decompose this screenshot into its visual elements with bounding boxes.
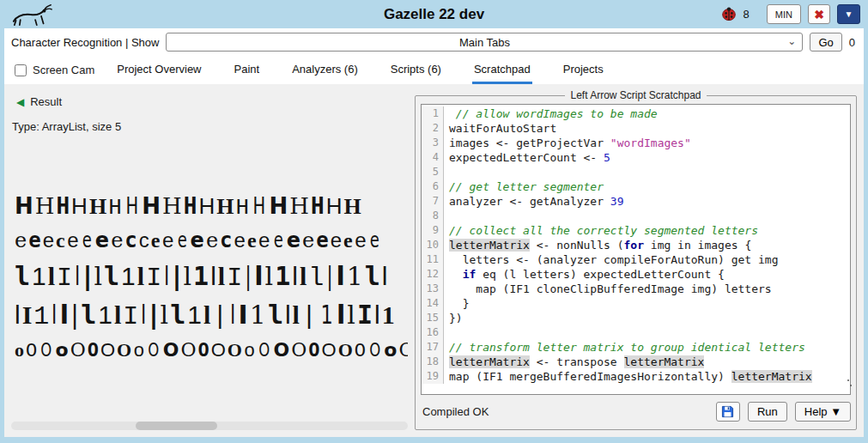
line-number: 18 xyxy=(422,355,444,369)
letter-glyph: l xyxy=(337,302,345,328)
line-number: 13 xyxy=(422,282,444,296)
letter-glyph: H xyxy=(142,195,161,217)
code-text xyxy=(444,325,449,340)
tab-projects[interactable]: Projects xyxy=(561,56,605,84)
scratchpad-legend: Left Arrow Script Scratchpad xyxy=(565,89,706,101)
letter-glyph: O xyxy=(197,341,209,360)
letter-glyph: 1 xyxy=(193,264,209,289)
left-arrow-icon[interactable]: ◀ xyxy=(16,96,24,108)
horizontal-scrollbar[interactable] xyxy=(11,422,408,430)
code-editor[interactable]: 1 // allow wordImages to be made2waitFor… xyxy=(421,104,851,395)
letter-glyph: O xyxy=(308,341,319,360)
help-button[interactable]: Help ▼ xyxy=(795,402,851,422)
code-lines: 1 // allow wordImages to be made2waitFor… xyxy=(422,106,850,384)
window-menu-button[interactable]: ▼ xyxy=(837,4,860,24)
letter-glyph: | xyxy=(149,302,159,328)
title-controls: 8 MIN ✖ ▼ xyxy=(720,4,860,24)
code-text xyxy=(444,209,449,223)
compile-status: Compiled OK xyxy=(421,405,489,418)
letter-glyph: e xyxy=(191,230,204,251)
code-text: // allow wordImages to be made xyxy=(444,106,658,121)
tab-row: Screen Cam Project OverviewPaintAnalyzer… xyxy=(4,56,864,84)
letter-glyph: H xyxy=(343,196,361,218)
run-button[interactable]: Run xyxy=(748,402,787,422)
letter-glyph: l xyxy=(81,302,96,328)
letter-glyph: O xyxy=(163,341,179,360)
toolbar-row: Character Recognition | Show Main Tabs ⌄… xyxy=(4,28,864,56)
close-button[interactable]: ✖ xyxy=(808,4,830,24)
screen-cam-checkbox[interactable] xyxy=(15,64,27,76)
save-button[interactable] xyxy=(716,402,740,422)
minimize-button[interactable]: MIN xyxy=(767,4,801,24)
letter-glyph: | xyxy=(82,264,92,289)
letter-glyph: H xyxy=(311,195,325,217)
letter-glyph: 1 xyxy=(33,304,49,330)
code-line: 4expectedLetterCount <- 5 xyxy=(422,150,850,165)
line-number: 8 xyxy=(422,209,444,223)
code-line: 19map (IF1 mergeBufferedImagesHorizontal… xyxy=(422,369,850,384)
code-line: 3images <- getProjectVar "wordImages" xyxy=(422,136,850,150)
code-line: 9// collect all the correctly segmented … xyxy=(422,223,850,238)
letter-glyph: e xyxy=(111,230,123,251)
letter-glyph: l xyxy=(137,264,144,289)
code-line: 11 letters <- (analyzer compileForAutoRu… xyxy=(422,252,850,267)
tab-scripts-6[interactable]: Scripts (6) xyxy=(389,56,443,84)
letter-glyph: 1 xyxy=(382,302,395,328)
breadcrumb: Character Recognition | Show xyxy=(11,36,159,49)
code-text: letterMatrix <- transpose letterMatrix xyxy=(444,355,704,369)
letter-glyph: 1 xyxy=(32,264,46,289)
letter-glyph: l xyxy=(52,302,57,328)
letter-glyph: | xyxy=(70,302,79,328)
code-line: 15}) xyxy=(422,311,850,325)
letter-glyph: l xyxy=(285,302,291,328)
code-line: 8 xyxy=(422,209,850,223)
letter-glyph: l xyxy=(268,302,283,328)
code-line: 14 } xyxy=(422,296,850,311)
app-window: Gazelle 22 dev 8 MIN ✖ ▼ Characte xyxy=(0,0,868,443)
tab-scratchpad[interactable]: Scratchpad xyxy=(472,56,532,84)
code-line: 18letterMatrix <- transpose letterMatrix xyxy=(422,355,850,369)
letter-glyph: l xyxy=(292,264,298,289)
letter-glyph: H xyxy=(162,195,182,217)
letter-glyph: O xyxy=(117,341,131,360)
letter-glyph: H xyxy=(125,195,138,217)
letter-glyph: l xyxy=(75,264,80,289)
code-text: analyzer <- getAnalyzer 39 xyxy=(444,194,624,209)
code-line: 17// transform letter matrix to group id… xyxy=(422,340,850,355)
letter-glyph: o xyxy=(56,341,69,360)
code-text: // transform letter matrix to group iden… xyxy=(444,340,805,355)
letter-row: l1lIl|ll1lIl|l1llI|ll1lll|l1ll xyxy=(15,264,408,291)
code-line: 7analyzer <- getAnalyzer 39 xyxy=(422,194,850,209)
scratchpad-panel: Left Arrow Script Scratchpad 1 // allow … xyxy=(415,89,857,430)
screen-cam-toggle[interactable]: Screen Cam xyxy=(15,64,94,76)
scrollbar-thumb[interactable] xyxy=(136,422,217,430)
letter-glyph: | xyxy=(301,304,317,330)
go-button[interactable]: Go xyxy=(810,33,841,52)
code-line: 12 if eq (l letters) expectedLetterCount… xyxy=(422,267,850,282)
main-tabs-select[interactable]: Main Tabs ⌄ xyxy=(166,33,803,52)
letter-glyph: e xyxy=(28,230,40,251)
letter-glyph: | xyxy=(212,304,228,330)
code-text: map (IF1 mergeBufferedImagesHorizontally… xyxy=(444,369,812,384)
letter-glyph: I xyxy=(239,302,248,328)
code-line: 13 map (IF1 cloneClipBufferedImage img) … xyxy=(422,282,850,296)
letter-glyph: o xyxy=(384,341,397,360)
status-actions: Run Help ▼ xyxy=(716,402,851,422)
letter-glyph: e xyxy=(316,230,328,251)
toolbar-counter: 0 xyxy=(849,36,857,49)
bug-icon[interactable] xyxy=(720,7,737,21)
line-number: 7 xyxy=(422,194,444,209)
code-text: }) xyxy=(444,311,463,325)
code-text: images <- getProjectVar "wordImages" xyxy=(444,136,691,150)
line-number: 2 xyxy=(422,121,444,136)
letter-glyph: l xyxy=(60,302,69,328)
tab-analyzers-6[interactable]: Analyzers (6) xyxy=(290,56,360,84)
letter-glyph: l xyxy=(203,302,210,328)
tab-paint[interactable]: Paint xyxy=(233,56,262,84)
gazelle-logo-icon xyxy=(8,3,52,27)
letter-glyph: 1 xyxy=(187,302,202,328)
letter-glyph: l xyxy=(48,264,55,289)
tab-project-overview[interactable]: Project Overview xyxy=(115,56,203,84)
line-number: 17 xyxy=(422,340,444,355)
letter-glyph: O xyxy=(180,341,196,360)
